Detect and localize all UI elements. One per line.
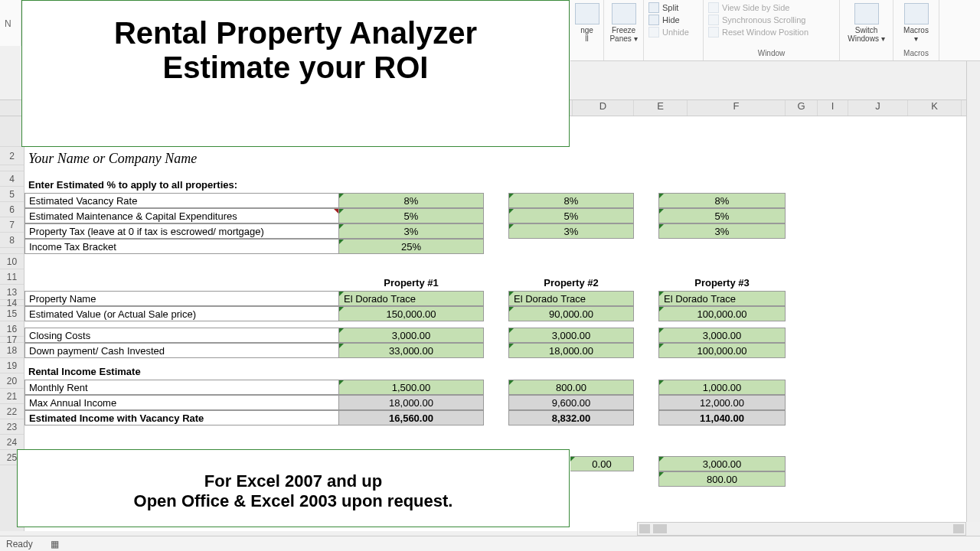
- unhide-icon: [648, 27, 659, 37]
- maxinc-label: Max Annual Income: [24, 395, 339, 410]
- proptax-d[interactable]: 3%: [508, 223, 634, 239]
- estinc-f[interactable]: 11,040.00: [658, 410, 786, 425]
- scroll-left-arrow-icon[interactable]: [639, 524, 650, 533]
- mrent-d[interactable]: 800.00: [508, 380, 634, 395]
- scroll-right-arrow-icon[interactable]: [953, 524, 964, 533]
- title-card: Rental Property Analyzer Estimate your R…: [21, 0, 570, 147]
- sync-scroll-button[interactable]: Synchronous Scrolling: [708, 14, 835, 26]
- status-text: Ready: [6, 539, 33, 549]
- proptax-f[interactable]: 3%: [658, 223, 786, 239]
- scroll-thumb[interactable]: [653, 524, 667, 533]
- macros-button[interactable]: Macros ▾: [898, 2, 934, 44]
- propname-d[interactable]: El Dorado Trace: [508, 291, 634, 306]
- maxinc-d[interactable]: 9,600.00: [508, 395, 634, 410]
- down-b[interactable]: 33,000.00: [338, 343, 484, 358]
- proptax-label: Property Tax (leave at 0 if tax is escro…: [24, 223, 339, 239]
- freeze-panes-button[interactable]: Freeze Panes ▾: [609, 2, 639, 44]
- estinc-d[interactable]: 8,832.00: [508, 410, 634, 425]
- arrange-all-button[interactable]: nge ll: [575, 2, 599, 44]
- estval-f[interactable]: 100,000.00: [658, 306, 786, 321]
- reset-pos-button[interactable]: Reset Window Position: [708, 26, 835, 38]
- propname-f[interactable]: El Dorado Trace: [658, 291, 786, 306]
- switch-windows-button[interactable]: Switch Windows ▾: [844, 2, 888, 44]
- closing-b[interactable]: 3,000.00: [338, 328, 484, 343]
- arrange-icon: [575, 3, 599, 24]
- propname-label: Property Name: [24, 291, 339, 306]
- prop2-header: Property #2: [508, 276, 634, 291]
- view-side-by-side-button[interactable]: View Side by Side: [708, 2, 835, 14]
- switch-label: Switch Windows ▾: [848, 26, 884, 43]
- name-box-edge: N: [0, 0, 21, 46]
- macro-record-icon[interactable]: ▦: [51, 539, 59, 549]
- itb-label: Income Tax Bracket: [24, 239, 339, 254]
- macros-label: Macros ▾: [903, 26, 929, 43]
- ribbon: nge ll Freeze Panes ▾ Split Hide Unhide …: [570, 0, 980, 61]
- split-icon: [648, 2, 659, 13]
- itb-b[interactable]: 25%: [338, 239, 484, 254]
- vertical-scrollbar[interactable]: [966, 61, 980, 522]
- estinc-b[interactable]: 16,560.00: [338, 410, 484, 425]
- macros-group-label: Macros: [898, 49, 934, 59]
- down-f[interactable]: 100,000.00: [658, 343, 786, 358]
- title-line2: Estimate your ROI: [22, 51, 569, 85]
- reset-icon: [708, 27, 719, 37]
- prop1-header: Property #1: [338, 276, 484, 291]
- closing-f[interactable]: 3,000.00: [658, 328, 786, 343]
- status-bar: Ready ▦: [0, 536, 980, 551]
- estinc-label: Estimated Income with Vacancy Rate: [24, 410, 339, 425]
- window-group-label: Window: [708, 49, 835, 59]
- vacancy-f[interactable]: 8%: [658, 193, 786, 208]
- footer-line1: For Excel 2007 and up: [18, 471, 569, 491]
- maxinc-b[interactable]: 18,000.00: [338, 395, 484, 410]
- enter-pct-label: Enter Estimated % to apply to all proper…: [24, 178, 346, 193]
- hide-button[interactable]: Hide: [648, 14, 698, 26]
- maint-b[interactable]: 5%: [338, 208, 484, 223]
- title-line1: Rental Property Analyzer: [22, 16, 569, 51]
- maint-f[interactable]: 5%: [658, 208, 786, 223]
- row24-d[interactable]: 0.00: [570, 456, 634, 471]
- vacancy-label: Estimated Vacancy Rate: [24, 193, 339, 208]
- propname-b[interactable]: El Dorado Trace: [338, 291, 484, 306]
- row24-f[interactable]: 3,000.00: [658, 456, 786, 471]
- switch-icon: [854, 3, 879, 24]
- vacancy-b[interactable]: 8%: [338, 193, 484, 208]
- unhide-button[interactable]: Unhide: [648, 26, 698, 38]
- closing-label: Closing Costs: [24, 328, 339, 343]
- rie-label: Rental Income Estimate: [24, 364, 338, 380]
- hide-icon: [648, 15, 659, 25]
- down-d[interactable]: 18,000.00: [508, 343, 634, 358]
- maint-d[interactable]: 5%: [508, 208, 634, 223]
- mrent-f[interactable]: 1,000.00: [658, 380, 786, 395]
- split-button[interactable]: Split: [648, 2, 698, 14]
- estval-d[interactable]: 90,000.00: [508, 306, 634, 321]
- freeze-icon: [612, 3, 636, 24]
- footer-card: For Excel 2007 and up Open Office & Exce…: [17, 449, 570, 527]
- arrange-label: nge ll: [580, 26, 593, 43]
- vacancy-d[interactable]: 8%: [508, 193, 634, 208]
- closing-d[interactable]: 3,000.00: [508, 328, 634, 343]
- company-name-cell[interactable]: Your Name or Company Name: [24, 152, 338, 171]
- horizontal-scrollbar[interactable]: [637, 522, 966, 536]
- side-by-side-icon: [708, 2, 719, 13]
- footer-line2: Open Office & Excel 2003 upon request.: [18, 491, 569, 511]
- prop3-header: Property #3: [658, 276, 786, 291]
- mrent-b[interactable]: 1,500.00: [338, 380, 484, 395]
- estval-label: Estimated Value (or Actual Sale price): [24, 306, 339, 321]
- mrent-label: Monthly Rent: [24, 380, 339, 395]
- macros-icon: [904, 3, 929, 24]
- estval-b[interactable]: 150,000.00: [338, 306, 484, 321]
- down-label: Down payment/ Cash Invested: [24, 343, 339, 358]
- maxinc-f[interactable]: 12,000.00: [658, 395, 786, 410]
- freeze-label: Freeze Panes ▾: [609, 26, 637, 43]
- sync-icon: [708, 15, 719, 25]
- proptax-b[interactable]: 3%: [338, 223, 484, 239]
- maint-label: Estimated Maintenance & Capital Expendit…: [24, 208, 339, 223]
- row25-f[interactable]: 800.00: [658, 471, 786, 487]
